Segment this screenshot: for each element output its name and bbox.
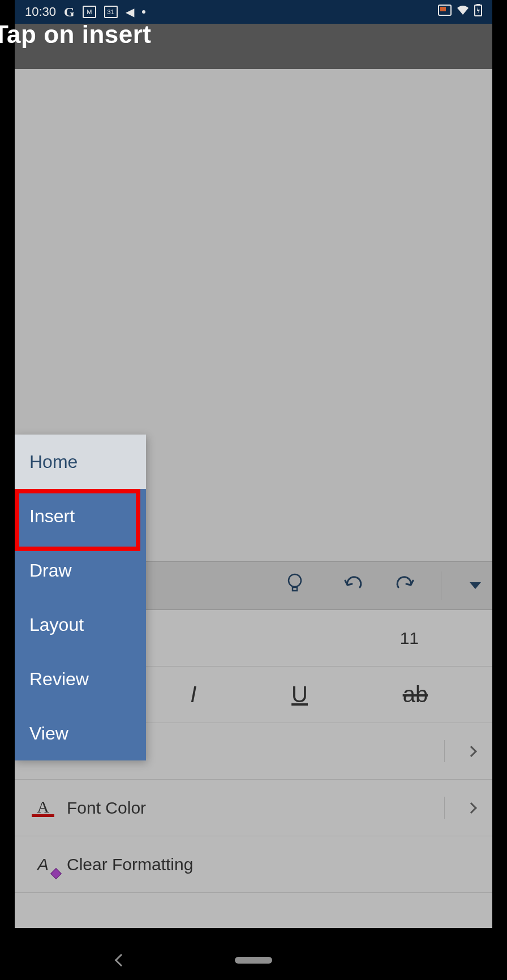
- tabmenu-item-review[interactable]: Review: [15, 652, 146, 706]
- cast-icon: [438, 5, 452, 19]
- tabmenu-item-view[interactable]: View: [15, 706, 146, 760]
- ribbon-tab-menu: Home Insert Draw Layout Review View: [15, 435, 146, 760]
- battery-charging-icon: [474, 4, 482, 20]
- tabmenu-item-home[interactable]: Home: [15, 435, 146, 489]
- tabmenu-item-layout[interactable]: Layout: [15, 598, 146, 652]
- tabmenu-item-insert[interactable]: Insert: [15, 489, 146, 543]
- google-icon: G: [64, 5, 75, 20]
- device-frame: 10:30 G M 31 ◀ Home: [15, 0, 492, 980]
- status-dot-icon: [142, 10, 145, 14]
- calendar-icon: 31: [104, 6, 118, 18]
- status-time: 10:30: [25, 5, 56, 19]
- gmail-icon: M: [83, 6, 96, 18]
- send-icon: ◀: [126, 5, 134, 19]
- svg-rect-1: [440, 7, 446, 11]
- nav-back-icon[interactable]: [115, 954, 128, 967]
- svg-rect-3: [476, 4, 480, 5]
- tabmenu-item-draw[interactable]: Draw: [15, 543, 146, 598]
- wifi-icon: [456, 5, 470, 19]
- system-nav-bar: [15, 940, 492, 980]
- instruction-overlay: Tap on insert: [0, 20, 151, 49]
- nav-home-pill[interactable]: [235, 957, 272, 964]
